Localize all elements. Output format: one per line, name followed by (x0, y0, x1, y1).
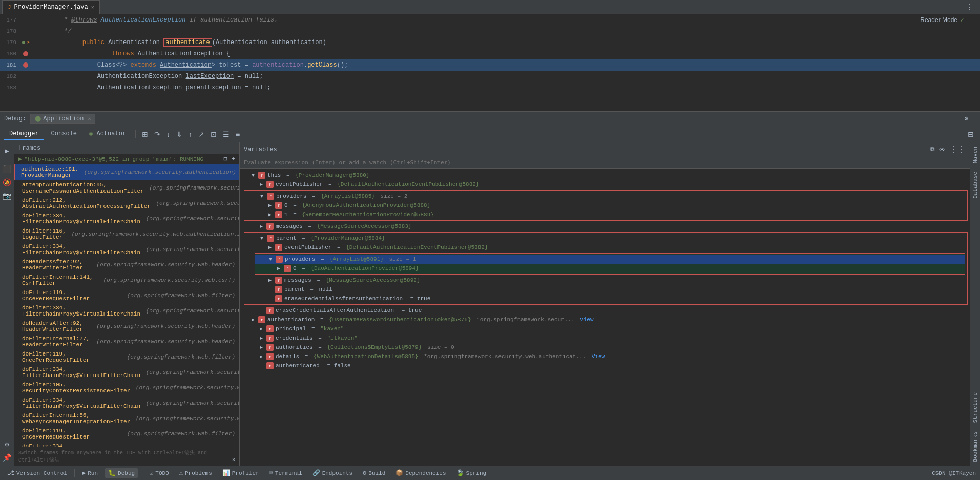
thread-row[interactable]: ▶ "http-nio-8080-exec-3"@5,522 in group … (14, 154, 239, 164)
evaluate-expression-input[interactable] (240, 157, 970, 169)
var-expand-parent-ep[interactable]: ▶ (267, 244, 273, 251)
frame-item-11[interactable]: doFilterInternal:77, HeaderWriterFilter … (14, 334, 239, 349)
status-build[interactable]: ⚙ Build (360, 468, 388, 478)
frame-item-8[interactable]: doFilter:119, OncePerRequestFilter (org.… (14, 288, 239, 303)
right-tab-structure[interactable]: Structure (970, 388, 981, 427)
filter-icon[interactable]: ⊟ (224, 155, 227, 163)
debug-minimize-icon[interactable]: — (972, 115, 976, 122)
frame-item-5[interactable]: doFilter:334, FilterChainProxy$VirtualFi… (14, 242, 239, 257)
var-item-principal[interactable]: ▶ f principal = "kaven" (240, 324, 970, 333)
var-item-parent-ep[interactable]: ▶ f eventPublisher = {DefaultAuthenticat… (244, 243, 967, 252)
status-debug[interactable]: 🐛 Debug (105, 468, 138, 478)
frame-item-12[interactable]: doFilter:119, OncePerRequestFilter (org.… (14, 349, 239, 365)
var-expand-pp0[interactable]: ▶ (276, 265, 282, 272)
var-item-authentication[interactable]: ▶ f authentication = {UsernamePasswordAu… (240, 315, 970, 324)
status-todo[interactable]: ☑ TODO (147, 468, 172, 478)
var-item-details[interactable]: ▶ f details = {WebAuthenticationDetails@… (240, 352, 970, 361)
var-item-parent[interactable]: ▼ f parent = {ProviderManager@5884} (244, 234, 967, 243)
frame-item-7[interactable]: doFilterInternal:141, CsrfFilter (org.sp… (14, 273, 239, 288)
var-expand-p0[interactable]: ▶ (267, 202, 273, 208)
var-item-erase-outer[interactable]: ▶ f eraseCredentialsAfterAuthentication … (240, 306, 970, 315)
frame-item-17[interactable]: doFilter:119, OncePerRequestFilter (org.… (14, 426, 239, 442)
frame-item-15[interactable]: doFilter:334, FilterChainProxy$VirtualFi… (14, 395, 239, 411)
var-item-providers-0[interactable]: ▶ f 0 = {AnonymousAuthenticationProvider… (244, 201, 967, 210)
var-expand-p1[interactable]: ▶ (267, 212, 273, 218)
right-tab-bookmarks[interactable]: Bookmarks (970, 427, 981, 466)
frame-item-14[interactable]: doFilter:105, SecurityContextPersistence… (14, 380, 239, 395)
show-execution-point-btn[interactable]: ⊞ (140, 129, 150, 139)
var-item-providers-1[interactable]: ▶ f 1 = {RememberMeAuthenticationProvide… (244, 210, 967, 219)
var-item-parent-messages[interactable]: ▶ f messages = {MessageSourceAccessor@58… (244, 276, 967, 285)
frame-item-9[interactable]: doFilter:334, FilterChainProxy$VirtualFi… (14, 303, 239, 319)
var-expand-principal[interactable]: ▶ (258, 326, 264, 332)
tab-debugger[interactable]: Debugger (4, 128, 44, 140)
var-item-erase-inner[interactable]: ▶ f eraseCredentialsAfterAuthentication … (244, 294, 967, 303)
var-item-parent-providers[interactable]: ▼ f providers = {ArrayList@5891} size = … (255, 255, 965, 264)
sidebar-camera-icon[interactable]: 📷 (1, 190, 13, 202)
var-expand-pp[interactable]: ▼ (267, 256, 274, 262)
sidebar-stop-icon[interactable]: ⬛ (1, 163, 13, 175)
var-item-credentials[interactable]: ▶ f credentials = "itkaven" (240, 333, 970, 343)
frame-item-18[interactable]: doFilter:334, FilterChainProxy$VirtualFi… (14, 442, 239, 447)
sidebar-resume-icon[interactable]: ▶ (1, 144, 13, 157)
tab-actuator[interactable]: ◉ Actuator (84, 128, 131, 140)
step-out-btn[interactable]: ↑ (186, 129, 194, 139)
more-options-icon[interactable]: ⋮ (966, 2, 974, 12)
frame-item-2[interactable]: doFilter:212, AbstractAuthenticationProc… (14, 196, 239, 211)
step-over-btn[interactable]: ↷ (152, 129, 162, 139)
sidebar-mute-icon[interactable]: 🔕 (1, 176, 13, 189)
expand-vars-icon[interactable]: ⋮⋮ (949, 144, 966, 155)
sidebar-pin-icon[interactable]: 📌 (1, 451, 13, 464)
debug-settings-icon[interactable]: ⚙ (965, 115, 968, 122)
frame-item-4[interactable]: doFilter:116, LogoutFilter (org.springfr… (14, 226, 239, 242)
var-expand-auth[interactable]: ▶ (250, 317, 256, 323)
var-expand-eventPublisher[interactable]: ▶ (258, 181, 264, 187)
status-problems[interactable]: ⚠ Problems (176, 468, 215, 478)
status-terminal[interactable]: ⌨ Terminal (266, 468, 305, 478)
frame-item-1[interactable]: attemptAuthentication:95, UsernamePasswo… (14, 180, 239, 196)
var-expand-authorities[interactable]: ▶ (258, 344, 264, 350)
var-expand-parent[interactable]: ▼ (259, 235, 265, 241)
run-to-cursor-btn[interactable]: ↗ (196, 129, 206, 139)
var-details-view-link[interactable]: View (588, 353, 605, 360)
var-item-messages[interactable]: ▶ f messages = {MessageSourceAccessor@58… (240, 222, 970, 231)
reader-mode-button[interactable]: Reader Mode ✓ (920, 16, 965, 24)
status-run[interactable]: ▶ Run (79, 468, 101, 478)
var-expand-providers[interactable]: ▼ (259, 193, 265, 199)
trace-current-stream-btn[interactable]: ☰ (221, 129, 232, 139)
var-item-pp-0[interactable]: ▶ f 0 = {DaoAuthenticationProvider@5894} (255, 264, 965, 273)
var-item-parent-null[interactable]: ▶ f parent = null (244, 285, 967, 294)
var-item-authorities[interactable]: ▶ f authorities = {Collections$EmptyList… (240, 343, 970, 352)
var-expand-credentials[interactable]: ▶ (258, 335, 264, 341)
add-watch-icon[interactable]: 👁 (939, 146, 945, 154)
restore-layout-btn[interactable]: ⊟ (966, 129, 976, 139)
right-tab-database[interactable]: Database (970, 168, 981, 203)
add-frame-icon[interactable]: + (232, 156, 235, 163)
evaluate-expression-btn[interactable]: ⊡ (208, 129, 219, 139)
frames-list[interactable]: authenticate:181, ProviderManager (org.s… (14, 164, 239, 447)
status-version-control[interactable]: ⎇ Version Control (4, 468, 70, 478)
var-item-this[interactable]: ▼ f this = {ProviderManager@5880} (240, 171, 970, 180)
status-spring[interactable]: 🍃 Spring (453, 468, 490, 478)
hint-close-icon[interactable]: ✕ (232, 456, 235, 463)
debug-app-close[interactable]: ✕ (88, 116, 91, 122)
settings-btn-2[interactable]: ≡ (234, 129, 242, 139)
tab-close-icon[interactable]: ✕ (91, 4, 94, 10)
frame-item-16[interactable]: doFilterInternal:56, WebAsyncManagerInte… (14, 411, 239, 426)
var-auth-view-link[interactable]: View (577, 317, 594, 323)
frame-item-0[interactable]: authenticate:181, ProviderManager (org.s… (14, 164, 239, 180)
status-endpoints[interactable]: 🔗 Endpoints (309, 468, 356, 478)
tab-provider-manager[interactable]: J ProviderManager.java ✕ (2, 0, 100, 14)
var-expand-pm[interactable]: ▶ (267, 277, 273, 283)
frame-item-10[interactable]: doHeadersAfter:92, HeaderWriterFilter (o… (14, 319, 239, 334)
frame-item-13[interactable]: doFilter:334, FilterChainProxy$VirtualFi… (14, 365, 239, 380)
copy-value-icon[interactable]: ⧉ (930, 146, 935, 153)
right-tab-maven[interactable]: Maven (970, 142, 981, 168)
var-item-authenticated[interactable]: ▶ f authenticated = false (240, 361, 970, 370)
debug-app-tab[interactable]: ⬤ Application ✕ (30, 114, 95, 124)
force-step-into-btn[interactable]: ⇓ (174, 129, 184, 139)
var-expand-this[interactable]: ▼ (250, 172, 256, 178)
frame-item-6[interactable]: doHeadersAfter:92, HeaderWriterFilter (o… (14, 257, 239, 273)
var-item-eventPublisher[interactable]: ▶ f eventPublisher = {DefaultAuthenticat… (240, 180, 970, 189)
step-into-btn[interactable]: ↓ (164, 129, 172, 139)
